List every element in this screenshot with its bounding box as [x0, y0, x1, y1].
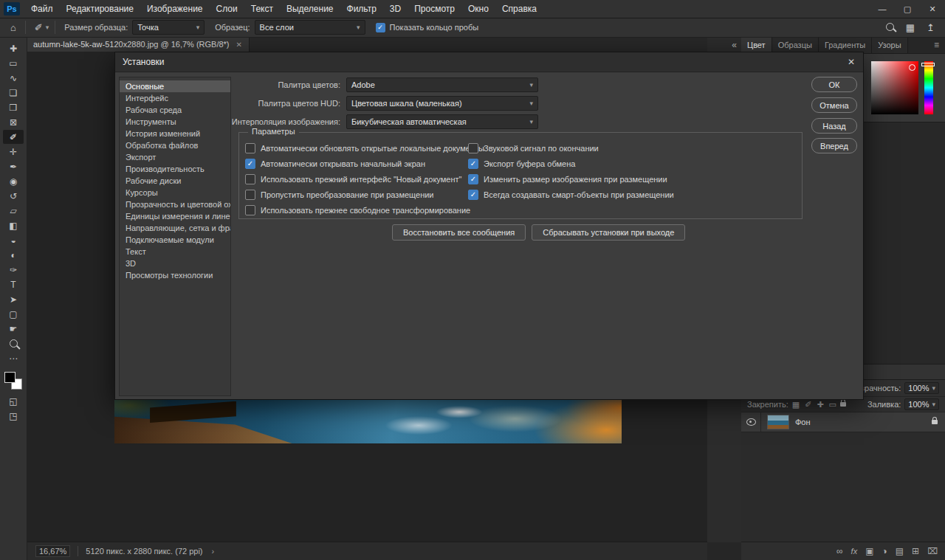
link-layers-icon[interactable]: ∞ [836, 546, 843, 556]
show-sampling-ring-checkbox[interactable]: ✓ [376, 23, 385, 32]
opacity-value[interactable]: 100% ▾ [904, 382, 939, 394]
clone-stamp-tool[interactable]: ◉ [3, 174, 24, 188]
gradient-tool[interactable]: ◧ [3, 218, 24, 232]
hue-slider-handle[interactable] [921, 63, 935, 66]
checkbox-left-1[interactable]: ✓ [245, 159, 255, 169]
lock-transparency-icon[interactable]: ▦ [792, 400, 800, 409]
chevron-down-icon[interactable]: ▾ [46, 24, 49, 31]
menu-item-7[interactable]: 3D [383, 0, 408, 18]
preferences-sidebar-item-11[interactable]: Единицы измерения и линейки [120, 210, 230, 222]
menu-item-2[interactable]: Изображение [140, 0, 210, 18]
fill-value[interactable]: 100% ▾ [904, 398, 939, 410]
eyedropper-tool[interactable]: ✐ [3, 130, 24, 144]
checkbox-right-3[interactable]: ✓ [468, 190, 478, 200]
workspace-switcher-icon[interactable]: ▦ [906, 22, 915, 33]
hue-slider[interactable] [924, 61, 933, 114]
object-selection-tool[interactable]: ❏ [3, 86, 24, 100]
preferences-sidebar-item-16[interactable]: Просмотры технологии [120, 269, 230, 281]
layer-effects-icon[interactable]: fx [851, 547, 858, 556]
document-image[interactable] [114, 398, 622, 443]
document-tab[interactable]: autumn-lake-5k-aw-5120x2880.jpg @ 16,7% … [27, 37, 250, 52]
checkbox-right-1[interactable]: ✓ [468, 159, 478, 169]
share-icon[interactable]: ↥ [927, 22, 935, 33]
menu-item-5[interactable]: Выделение [280, 0, 340, 18]
preferences-sidebar-item-6[interactable]: Экспорт [120, 151, 230, 163]
eyedropper-tool-icon[interactable]: ✐ [32, 22, 46, 33]
checkbox-left-4[interactable]: ✓ [245, 205, 255, 215]
lock-all-icon[interactable] [840, 402, 846, 407]
status-chevron-icon[interactable]: › [212, 547, 215, 556]
menu-item-0[interactable]: Файл [24, 0, 60, 18]
checkbox-right-0[interactable]: ✓ [468, 143, 478, 153]
blur-tool[interactable]: ◒ [3, 233, 24, 247]
next-button[interactable]: Вперед [811, 138, 857, 153]
home-icon[interactable]: ⌂ [7, 22, 19, 33]
sample-select[interactable]: Все слои ▾ [255, 20, 365, 35]
minimize-button[interactable]: — [870, 0, 895, 18]
zoom-tool[interactable] [3, 336, 24, 350]
preferences-sidebar-item-5[interactable]: Обработка файлов [120, 139, 230, 151]
preferences-sidebar-item-13[interactable]: Подключаемые модули [120, 234, 230, 246]
menu-item-9[interactable]: Окно [461, 0, 495, 18]
ok-button[interactable]: ОК [811, 77, 857, 92]
foreground-color-swatch[interactable] [4, 372, 16, 383]
preferences-sidebar-item-7[interactable]: Производительность [120, 163, 230, 175]
checkbox-left-2[interactable]: ✓ [245, 174, 255, 184]
menu-item-10[interactable]: Справка [495, 0, 543, 18]
layer-thumbnail[interactable] [767, 415, 789, 429]
new-layer-icon[interactable]: ⊞ [912, 546, 919, 556]
color-picker-select[interactable]: Adobe ▾ [346, 77, 538, 92]
close-button[interactable]: ✕ [920, 0, 945, 18]
screen-mode-icon[interactable]: ◳ [3, 409, 24, 423]
layer-mask-icon[interactable]: ▣ [865, 546, 873, 556]
preferences-sidebar-item-15[interactable]: 3D [120, 257, 230, 269]
panel-tab-3[interactable]: Узоры [872, 37, 907, 53]
zoom-level-field[interactable]: 16,67% [35, 545, 70, 557]
layer-visibility-toggle[interactable] [741, 412, 761, 432]
panel-tab-0[interactable]: Цвет [741, 37, 772, 53]
sample-size-select[interactable]: Точка ▾ [132, 20, 205, 35]
collapse-docks-icon[interactable]: « [732, 40, 737, 50]
type-tool[interactable]: T [3, 277, 24, 291]
prev-button[interactable]: Назад [811, 118, 857, 134]
panel-tab-2[interactable]: Градиенты [819, 37, 872, 53]
path-selection-tool[interactable]: ➤ [3, 292, 24, 306]
edit-toolbar[interactable]: ⋯ [3, 351, 24, 365]
lock-artboard-icon[interactable]: ▭ [829, 400, 836, 409]
preferences-sidebar-item-12[interactable]: Направляющие, сетка и фрагменты [120, 222, 230, 234]
delete-layer-icon[interactable]: ⌧ [927, 546, 938, 556]
menu-item-3[interactable]: Слои [210, 0, 244, 18]
new-group-icon[interactable]: ▤ [896, 546, 904, 556]
image-interpolation-select[interactable]: Бикубическая автоматическая ▾ [346, 114, 538, 129]
preferences-sidebar-item-8[interactable]: Рабочие диски [120, 175, 230, 187]
healing-brush-tool[interactable]: ✛ [3, 145, 24, 159]
layer-row-background[interactable]: Фон [741, 412, 945, 432]
hand-tool[interactable]: ☛ [3, 322, 24, 336]
frame-tool[interactable]: ⊠ [3, 115, 24, 129]
lasso-tool[interactable]: ∿ [3, 71, 24, 85]
dialog-title-bar[interactable]: Установки ✕ [115, 52, 863, 72]
checkbox-right-2[interactable]: ✓ [468, 174, 478, 184]
reset-on-exit-button[interactable]: Сбрасывать установки при выходе [532, 224, 685, 241]
maximize-button[interactable]: ▢ [895, 0, 920, 18]
layer-lock-icon[interactable] [932, 420, 938, 424]
reset-messages-button[interactable]: Восстановить все сообщения [392, 224, 526, 241]
menu-item-1[interactable]: Редактирование [60, 0, 140, 18]
eraser-tool[interactable]: ▱ [3, 204, 24, 218]
preferences-sidebar-item-14[interactable]: Текст [120, 246, 230, 257]
menu-item-4[interactable]: Текст [244, 0, 280, 18]
menu-item-8[interactable]: Просмотр [408, 0, 461, 18]
document-tab-close-icon[interactable]: ✕ [236, 41, 242, 49]
pen-tool[interactable]: ✑ [3, 263, 24, 277]
dialog-close-icon[interactable]: ✕ [839, 52, 863, 72]
hud-color-picker-select[interactable]: Цветовая шкала (маленькая) ▾ [346, 96, 538, 111]
panel-menu-icon[interactable]: ≡ [928, 37, 945, 53]
dodge-tool[interactable]: ◐ [3, 248, 24, 262]
checkbox-left-3[interactable]: ✓ [245, 190, 255, 200]
move-tool[interactable]: ✚ [3, 41, 24, 55]
quick-mask-icon[interactable]: ◱ [3, 394, 24, 408]
checkbox-left-0[interactable]: ✓ [245, 143, 255, 153]
brush-tool[interactable]: ✒ [3, 159, 24, 173]
lock-pixels-icon[interactable]: ✐ [805, 400, 811, 409]
lock-position-icon[interactable]: ✚ [817, 400, 823, 409]
